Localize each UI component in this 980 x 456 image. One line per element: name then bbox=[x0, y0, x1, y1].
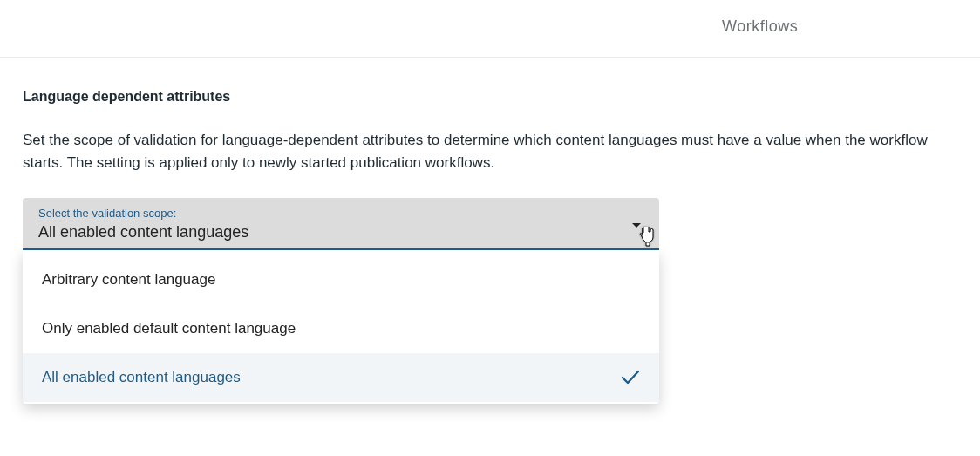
tab-workflows[interactable]: Workflows bbox=[722, 17, 798, 36]
tab-strip: Workflows bbox=[0, 0, 980, 58]
validation-scope-select[interactable]: Select the validation scope: All enabled… bbox=[23, 198, 659, 250]
section-title: Language dependent attributes bbox=[23, 89, 957, 105]
dropdown-option[interactable]: All enabled content languages bbox=[23, 353, 659, 402]
content-area: Language dependent attributes Set the sc… bbox=[0, 58, 980, 404]
chevron-down-icon bbox=[631, 222, 642, 229]
dropdown-option-label: Arbitrary content language bbox=[42, 271, 215, 289]
tab-label: Workflows bbox=[722, 17, 798, 35]
checkmark-icon bbox=[621, 370, 640, 385]
validation-scope-dropdown: Arbitrary content language Only enabled … bbox=[23, 250, 659, 404]
select-value: All enabled content languages bbox=[38, 223, 643, 242]
dropdown-option-label: All enabled content languages bbox=[42, 369, 241, 386]
dropdown-option[interactable]: Arbitrary content language bbox=[23, 255, 659, 304]
dropdown-option[interactable]: Only enabled default content language bbox=[23, 304, 659, 353]
validation-scope-select-wrap: Select the validation scope: All enabled… bbox=[23, 198, 659, 404]
select-label: Select the validation scope: bbox=[38, 207, 643, 220]
dropdown-option-label: Only enabled default content language bbox=[42, 320, 296, 337]
section-description: Set the scope of validation for language… bbox=[23, 129, 947, 174]
